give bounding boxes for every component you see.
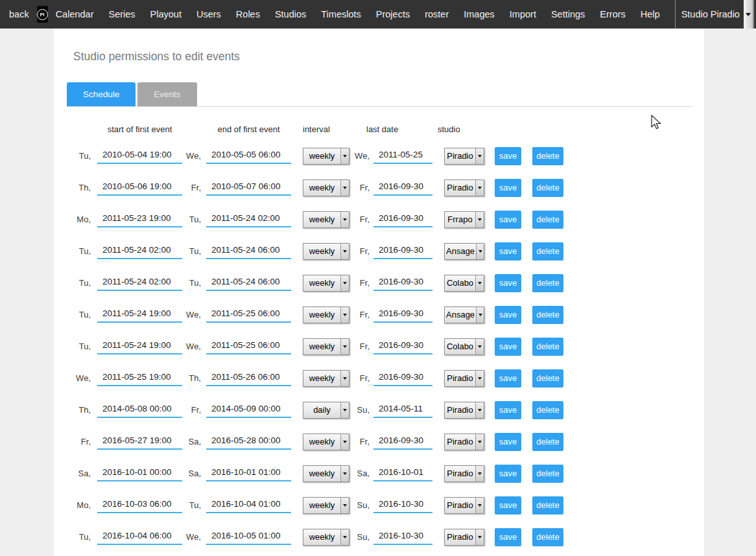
chevron-down-icon[interactable]	[340, 402, 349, 418]
tab-schedule[interactable]: Schedule	[67, 82, 136, 106]
save-button[interactable]: save	[495, 306, 521, 324]
start-datetime-input[interactable]	[97, 370, 182, 386]
chevron-down-icon[interactable]	[340, 434, 349, 450]
start-datetime-input[interactable]	[97, 434, 182, 450]
start-datetime-input[interactable]	[97, 529, 182, 545]
last-date-input[interactable]	[373, 434, 432, 450]
project-select[interactable]: Project 88vier	[753, 0, 756, 29]
studio-row-select[interactable]: Piradio	[444, 370, 484, 387]
last-date-input[interactable]	[373, 338, 432, 354]
studio-select[interactable]: Studio Piradio	[675, 0, 753, 29]
studio-row-select[interactable]: Piradio	[444, 497, 484, 514]
nav-item-projects[interactable]: Projects	[376, 9, 410, 19]
studio-row-select[interactable]: Piradio	[444, 465, 484, 482]
last-date-input[interactable]	[373, 211, 432, 227]
chevron-down-icon[interactable]	[340, 180, 349, 196]
nav-item-series[interactable]: Series	[108, 9, 135, 19]
last-date-input[interactable]	[373, 465, 432, 481]
interval-select[interactable]: weekly	[303, 307, 349, 323]
last-date-input[interactable]	[373, 275, 432, 291]
nav-item-users[interactable]: Users	[196, 9, 221, 19]
studio-row-select[interactable]: Ansage	[444, 243, 484, 260]
delete-button[interactable]: delete	[532, 274, 563, 292]
tab-events[interactable]: Events	[137, 82, 196, 106]
interval-select[interactable]: weekly	[303, 338, 349, 355]
chevron-down-icon[interactable]	[475, 339, 484, 354]
end-datetime-input[interactable]	[206, 148, 291, 164]
nav-item-roles[interactable]: Roles	[236, 9, 260, 19]
save-button[interactable]: save	[495, 242, 521, 261]
chevron-down-icon[interactable]	[475, 371, 484, 386]
end-datetime-input[interactable]	[206, 465, 291, 481]
chevron-down-icon[interactable]	[340, 307, 349, 323]
interval-select[interactable]: weekly	[303, 497, 349, 514]
save-button[interactable]: save	[495, 179, 521, 197]
save-button[interactable]: save	[495, 401, 521, 419]
piradio-logo-icon[interactable]: PI	[37, 6, 48, 23]
chevron-down-icon[interactable]	[340, 529, 349, 545]
last-date-input[interactable]	[373, 529, 432, 545]
start-datetime-input[interactable]	[97, 275, 182, 291]
last-date-input[interactable]	[373, 307, 432, 323]
last-date-input[interactable]	[373, 180, 432, 196]
nav-item-settings[interactable]: Settings	[551, 9, 585, 19]
interval-select[interactable]: weekly	[303, 465, 349, 482]
nav-item-calendar[interactable]: Calendar	[56, 9, 94, 19]
end-datetime-input[interactable]	[206, 307, 291, 323]
last-date-input[interactable]	[373, 402, 432, 418]
interval-select[interactable]: weekly	[303, 434, 349, 450]
end-datetime-input[interactable]	[206, 243, 291, 259]
start-datetime-input[interactable]	[97, 148, 182, 164]
chevron-down-icon[interactable]	[744, 0, 753, 29]
studio-row-select[interactable]: Piradio	[444, 529, 484, 546]
interval-select[interactable]: weekly	[303, 529, 349, 546]
nav-item-roster[interactable]: roster	[425, 9, 449, 19]
studio-row-select[interactable]: Colabo	[444, 275, 484, 292]
chevron-down-icon[interactable]	[340, 275, 349, 291]
chevron-down-icon[interactable]	[475, 466, 484, 481]
delete-button[interactable]: delete	[532, 369, 563, 388]
interval-select[interactable]: weekly	[303, 370, 349, 387]
end-datetime-input[interactable]	[206, 402, 291, 418]
chevron-down-icon[interactable]	[475, 402, 484, 418]
chevron-down-icon[interactable]	[475, 498, 484, 513]
save-button[interactable]: save	[495, 211, 521, 229]
nav-item-timeslots[interactable]: Timeslots	[321, 9, 361, 19]
chevron-down-icon[interactable]	[340, 148, 349, 164]
start-datetime-input[interactable]	[97, 211, 182, 227]
chevron-down-icon[interactable]	[340, 244, 349, 259]
nav-item-import[interactable]: Import	[510, 9, 536, 19]
interval-select[interactable]: weekly	[303, 243, 349, 260]
last-date-input[interactable]	[373, 370, 432, 386]
chevron-down-icon[interactable]	[340, 371, 349, 386]
delete-button[interactable]: delete	[532, 401, 563, 419]
end-datetime-input[interactable]	[206, 434, 291, 450]
start-datetime-input[interactable]	[97, 243, 182, 259]
studio-row-select[interactable]: Piradio	[444, 180, 484, 196]
start-datetime-input[interactable]	[97, 338, 182, 354]
studio-row-select[interactable]: Piradio	[444, 402, 484, 419]
last-date-input[interactable]	[373, 148, 432, 164]
delete-button[interactable]: delete	[532, 433, 563, 451]
interval-select[interactable]: weekly	[303, 211, 349, 228]
nav-item-help[interactable]: Help	[641, 9, 660, 19]
chevron-down-icon[interactable]	[475, 275, 484, 291]
interval-select[interactable]: weekly	[303, 148, 349, 165]
nav-item-errors[interactable]: Errors	[600, 9, 625, 19]
delete-button[interactable]: delete	[532, 211, 563, 229]
delete-button[interactable]: delete	[532, 465, 563, 483]
chevron-down-icon[interactable]	[475, 148, 484, 164]
studio-row-select[interactable]: Piradio	[444, 148, 484, 165]
delete-button[interactable]: delete	[532, 179, 563, 197]
delete-button[interactable]: delete	[532, 242, 563, 261]
nav-item-studios[interactable]: Studios	[275, 9, 306, 19]
end-datetime-input[interactable]	[206, 370, 291, 386]
save-button[interactable]: save	[495, 147, 521, 165]
chevron-down-icon[interactable]	[340, 212, 349, 227]
end-datetime-input[interactable]	[206, 275, 291, 291]
start-datetime-input[interactable]	[97, 497, 182, 513]
chevron-down-icon[interactable]	[475, 180, 484, 196]
delete-button[interactable]: delete	[532, 496, 563, 515]
save-button[interactable]: save	[495, 369, 521, 388]
delete-button[interactable]: delete	[532, 528, 563, 546]
